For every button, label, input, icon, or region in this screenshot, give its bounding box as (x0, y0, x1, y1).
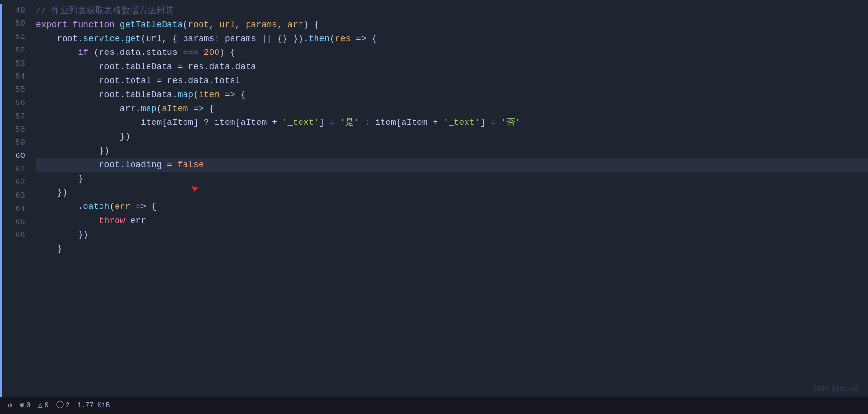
token: '是' (340, 118, 360, 127)
code-line-66: } (36, 242, 868, 256)
code-line-53: root.tableData = res.data.data (36, 60, 868, 74)
token: data (209, 62, 230, 71)
token: ] = (480, 118, 501, 127)
token: { (371, 34, 377, 44)
line-number-65: 65 (8, 215, 25, 228)
line-number-54: 54 (8, 70, 25, 83)
file-size: 1.77 KiB (77, 400, 110, 411)
token: err (115, 202, 130, 211)
token: ] = (319, 118, 340, 127)
token: params (183, 34, 215, 44)
token: }) (78, 230, 88, 240)
token: . (183, 76, 188, 86)
token (36, 230, 78, 240)
token: item (199, 90, 219, 100)
token: root (99, 62, 120, 71)
error-icon: ⊗ (20, 400, 24, 412)
token: export (36, 20, 73, 30)
token (36, 118, 141, 127)
line-number-51: 51 (8, 30, 25, 43)
line-number-50: 50 (8, 17, 25, 30)
code-line-59: }) (36, 144, 868, 158)
token: ) { (219, 48, 235, 57)
line-number-60: 60 (8, 149, 25, 162)
token: + (267, 118, 282, 127)
error-count: 0 (26, 400, 30, 411)
token: [ (396, 118, 401, 127)
token (36, 76, 99, 86)
token: root (99, 90, 120, 100)
token: map (178, 90, 193, 100)
code-line-49: // 作业列表获取表格数据方法封装 (36, 4, 868, 18)
token: ] ? (193, 118, 214, 127)
token: . (141, 48, 146, 57)
token: '_text' (443, 118, 480, 127)
token: . (135, 104, 141, 114)
token: params (225, 34, 256, 44)
line-number-57: 57 (8, 110, 25, 123)
token: ( (330, 34, 335, 44)
token: + (428, 118, 443, 127)
token: , (277, 20, 288, 30)
editor-container: 495051525354555657585960616263646566 // … (0, 0, 868, 414)
token (36, 104, 120, 114)
token: . (115, 48, 120, 57)
token: {} }). (277, 34, 309, 44)
line-number-63: 63 (8, 189, 25, 202)
token: . (230, 62, 235, 71)
token: . (209, 76, 215, 86)
token: total (214, 76, 240, 86)
token: }) (99, 146, 110, 155)
code-line-58: }) (36, 130, 868, 144)
code-line-61: } (36, 172, 868, 186)
token (36, 62, 99, 71)
token: = (162, 160, 177, 170)
token: } (57, 244, 62, 254)
token: [ (235, 118, 241, 127)
token: . (78, 202, 83, 211)
code-line-54: root.total = res.data.total (36, 74, 868, 88)
refresh-button[interactable]: ↺ (8, 400, 12, 412)
code-line-63: .catch(err => { (36, 200, 868, 214)
token: aItem (240, 118, 267, 127)
token: . (120, 76, 125, 86)
token: url (146, 34, 162, 44)
token: [ (162, 118, 167, 127)
line-number-49: 49 (8, 4, 25, 17)
token: ) { (303, 20, 319, 30)
token (36, 188, 57, 197)
token: : (214, 34, 225, 44)
code-line-65: }) (36, 228, 868, 242)
token: if (78, 48, 93, 57)
token: loading (125, 160, 162, 170)
token: ( (193, 90, 199, 100)
line-number-59: 59 (8, 136, 25, 149)
token: . (78, 34, 83, 44)
token: . (120, 90, 125, 100)
token: , { (162, 34, 183, 44)
token: , (235, 20, 246, 30)
token (36, 146, 99, 155)
line-number-62: 62 (8, 175, 25, 189)
token: res (188, 62, 203, 71)
token: throw (99, 216, 131, 225)
token: { (240, 90, 246, 100)
token: ( (94, 48, 99, 57)
token: res (99, 48, 115, 57)
code-area: 495051525354555657585960616263646566 // … (0, 0, 868, 414)
file-size-value: 1.77 KiB (77, 400, 110, 411)
token (36, 202, 78, 211)
token: aItem (167, 118, 193, 127)
token: err (130, 216, 146, 225)
token: => (351, 34, 371, 44)
token: arr (120, 104, 135, 114)
token: } (78, 174, 83, 184)
status-bar: ↺ ⊗ 0 △ 0 ⓘ 2 1.77 KiB (0, 397, 868, 414)
line-number-55: 55 (8, 83, 25, 96)
code-line-55: root.tableData.map(item => { (36, 88, 868, 102)
token: . (204, 62, 209, 71)
token: }) (57, 188, 67, 197)
token: { (151, 202, 157, 211)
code-line-60: root.loading = false (36, 158, 868, 172)
token: . (172, 90, 178, 100)
